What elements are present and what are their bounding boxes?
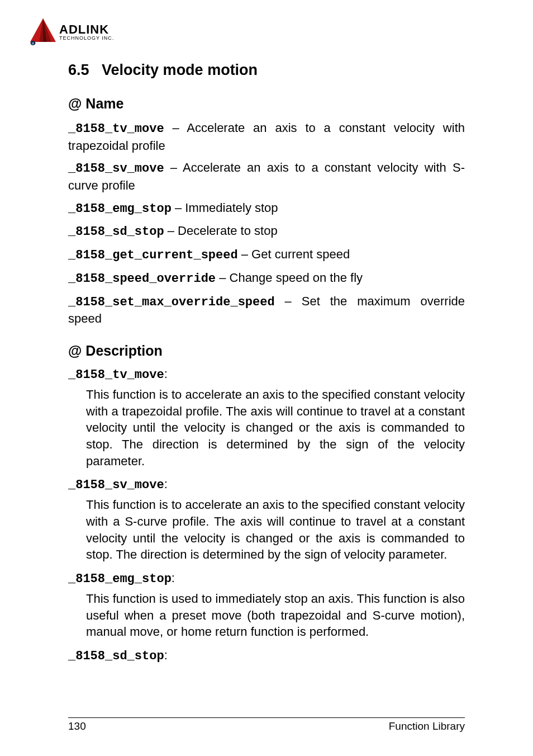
- func-name: _8158_emg_stop: [68, 572, 172, 586]
- func-name: _8158_speed_override: [68, 272, 216, 286]
- name-item: _8158_set_max_override_speed – Set the m…: [68, 293, 465, 327]
- func-name: _8158_tv_move: [68, 368, 164, 382]
- name-item: _8158_tv_move – Accelerate an axis to a …: [68, 120, 465, 154]
- func-name: _8158_set_max_override_speed: [68, 295, 275, 309]
- page-number: 130: [68, 720, 86, 733]
- desc-item-body: This function is used to immediately sto…: [68, 590, 465, 640]
- desc-item-head: _8158_sv_move:: [68, 477, 465, 492]
- func-desc: – Decelerate to stop: [164, 224, 278, 238]
- name-item: _8158_emg_stop – Immediately stop: [68, 200, 465, 218]
- svg-text:®: ®: [32, 42, 35, 45]
- description-subheading: @ Description: [68, 343, 465, 359]
- desc-item-body: This function is to accelerate an axis t…: [68, 497, 465, 563]
- func-name: _8158_get_current_speed: [68, 248, 238, 262]
- brand-logo: ® ADLINK TECHNOLOGY INC.: [28, 17, 505, 46]
- func-name: _8158_sd_stop: [68, 225, 164, 239]
- section-heading: 6.5 Velocity mode motion: [68, 62, 465, 79]
- desc-item-body: This function is to accelerate an axis t…: [68, 386, 465, 469]
- page-content: 6.5 Velocity mode motion @ Name _8158_tv…: [28, 62, 505, 663]
- footer-rule: [68, 717, 465, 718]
- func-desc: – Immediately stop: [172, 201, 278, 215]
- name-item: _8158_speed_override – Change speed on t…: [68, 270, 465, 287]
- logo-sub-text: TECHNOLOGY INC.: [59, 35, 114, 41]
- section-title: Velocity mode motion: [102, 62, 258, 78]
- logo-icon: ®: [28, 17, 58, 46]
- footer-label: Function Library: [389, 720, 465, 733]
- desc-item-head: _8158_emg_stop:: [68, 571, 465, 586]
- func-name: _8158_sv_move: [68, 162, 164, 176]
- func-name: _8158_tv_move: [68, 122, 164, 136]
- section-number: 6.5: [68, 62, 89, 78]
- func-name: _8158_emg_stop: [68, 202, 172, 216]
- name-item: _8158_sv_move – Accelerate an axis to a …: [68, 159, 465, 193]
- func-desc: – Change speed on the fly: [216, 271, 363, 285]
- func-name: _8158_sd_stop: [68, 649, 164, 663]
- func-name: _8158_sv_move: [68, 478, 164, 492]
- func-desc: – Get current speed: [238, 247, 350, 261]
- name-subheading: @ Name: [68, 96, 465, 112]
- name-item: _8158_get_current_speed – Get current sp…: [68, 246, 465, 264]
- page-footer: 130 Function Library: [68, 717, 465, 733]
- desc-item-head: _8158_tv_move:: [68, 367, 465, 382]
- name-item: _8158_sd_stop – Decelerate to stop: [68, 223, 465, 240]
- desc-item-head: _8158_sd_stop:: [68, 648, 465, 663]
